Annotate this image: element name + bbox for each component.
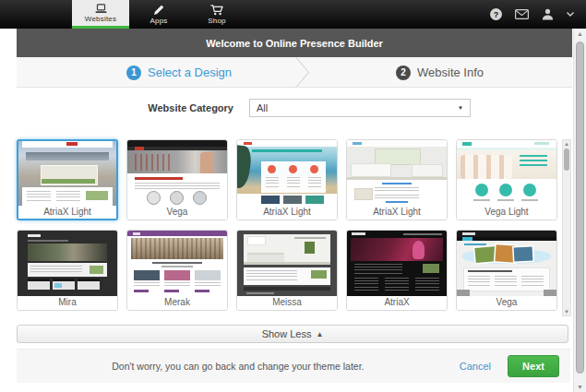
page-scrollbar[interactable]: ▲ ▼ — [573, 29, 586, 392]
design-name: AtriaX Light — [18, 206, 116, 220]
tab-label: Apps — [149, 17, 167, 25]
main-panel: Welcome to Online Presence Builder 1 Sel… — [17, 29, 572, 392]
scrollbar-thumb[interactable] — [564, 148, 569, 171]
step-website-info[interactable]: 2 Website Info — [396, 57, 484, 88]
collapse-arrow-icon: ▲ — [316, 330, 323, 339]
chevron-down-icon[interactable] — [567, 12, 574, 17]
design-card-vega-light[interactable]: Vega Light — [456, 139, 557, 220]
design-name: Vega — [457, 296, 556, 310]
design-thumbnail — [457, 231, 556, 296]
tab-label: Websites — [85, 15, 116, 23]
design-name: Vega Light — [457, 206, 556, 220]
step-label: Website Info — [417, 65, 484, 79]
laptop-icon — [95, 4, 107, 14]
scroll-down-icon[interactable]: ▼ — [574, 384, 586, 390]
dropdown-arrow-icon: ▼ — [458, 105, 463, 111]
design-card-merak[interactable]: Merak — [126, 230, 228, 311]
help-icon[interactable]: ? — [490, 8, 502, 20]
top-navigation-bar: Websites Apps Shop ? — [0, 0, 586, 29]
design-thumbnail — [127, 140, 227, 206]
app-window: Websites Apps Shop ? — [0, 0, 586, 392]
step-number-badge: 1 — [126, 65, 141, 80]
tab-apps[interactable]: Apps — [130, 0, 187, 29]
design-name: Merak — [127, 296, 227, 310]
design-thumbnail — [237, 140, 337, 206]
tab-shop[interactable]: Shop — [188, 0, 245, 29]
tab-label: Shop — [208, 17, 225, 25]
design-grid-scrollbar[interactable]: ▲ ▼ — [562, 139, 571, 316]
category-label: Website Category — [109, 99, 233, 117]
step-label: Select a Design — [148, 65, 232, 79]
design-name: AtriaX Light — [347, 206, 447, 220]
user-icon[interactable] — [542, 8, 554, 20]
design-thumbnail — [347, 231, 447, 296]
scroll-up-icon[interactable]: ▲ — [574, 30, 586, 37]
show-less-button[interactable]: Show Less ▲ — [17, 325, 568, 343]
step-number-badge: 2 — [396, 65, 411, 80]
topbar-actions: ? — [490, 0, 574, 29]
scrollbar-thumb[interactable] — [576, 42, 584, 374]
wizard-steps: 1 Select a Design 2 Website Info — [17, 57, 572, 88]
welcome-banner: Welcome to Online Presence Builder — [17, 29, 572, 57]
category-select[interactable]: All ▼ — [249, 99, 471, 117]
design-card-mira[interactable]: Mira — [17, 230, 118, 311]
design-name: Meissa — [237, 296, 337, 310]
design-thumbnail — [127, 231, 227, 296]
pencil-icon — [153, 5, 164, 16]
design-card-meissa[interactable]: Meissa — [236, 230, 338, 311]
design-card-atriax-light-interior[interactable]: AtriaX Light — [346, 139, 448, 220]
design-thumbnail — [18, 141, 116, 206]
design-thumbnail — [457, 140, 556, 206]
step-separator-chevron-icon — [295, 57, 310, 91]
design-name: Mira — [18, 296, 117, 310]
design-card-atriax[interactable]: AtriaX — [346, 230, 448, 311]
design-card-vega-travel[interactable]: Vega — [456, 230, 557, 311]
welcome-title: Welcome to Online Presence Builder — [206, 38, 383, 49]
design-thumbnail — [18, 231, 117, 296]
show-less-label: Show Less — [262, 328, 312, 339]
footer-note: Don't worry, you can go back and change … — [17, 361, 460, 372]
cart-icon — [210, 5, 223, 16]
design-name: AtriaX — [347, 296, 447, 310]
step-select-design[interactable]: 1 Select a Design — [126, 57, 232, 88]
next-button[interactable]: Next — [508, 355, 559, 377]
footer-bar: Don't worry, you can go back and change … — [17, 349, 570, 383]
design-thumbnail — [347, 140, 447, 206]
design-name: Vega — [127, 206, 227, 220]
scroll-down-icon[interactable]: ▼ — [563, 308, 570, 315]
design-name: AtriaX Light — [237, 206, 337, 220]
design-card-atriax-light-realestate[interactable]: AtriaX Light — [17, 139, 118, 220]
category-selected-value: All — [257, 102, 268, 113]
cancel-button[interactable]: Cancel — [460, 361, 491, 372]
tab-websites[interactable]: Websites — [72, 0, 129, 29]
design-card-vega[interactable]: Vega — [126, 139, 228, 220]
design-grid: AtriaX Light Vega — [17, 139, 557, 311]
design-thumbnail — [237, 231, 337, 296]
mail-icon[interactable] — [515, 9, 529, 19]
scroll-up-icon[interactable]: ▲ — [563, 140, 570, 148]
design-card-atriax-light-travel[interactable]: AtriaX Light — [236, 139, 338, 220]
